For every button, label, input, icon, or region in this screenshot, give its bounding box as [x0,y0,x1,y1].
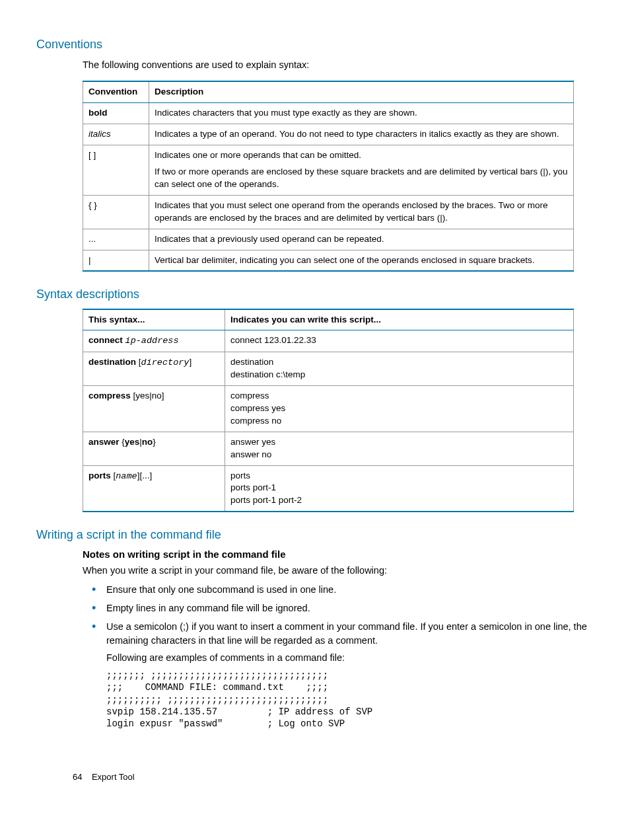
table-row: bold Indicates characters that you must … [83,103,574,124]
conv-cell: | [83,250,149,271]
conv-desc: Indicates that a previously used operand… [149,229,574,250]
conv-desc: Vertical bar delimiter, indicating you c… [149,250,574,271]
list-item: Ensure that only one subcommand is used … [83,583,590,596]
conv-cell: [ ] [83,145,149,196]
conv-cell: italics [83,124,149,145]
table-row: destination [directory] destination dest… [83,352,574,386]
bullet-list: Ensure that only one subcommand is used … [83,583,590,664]
conv-desc: Indicates that you must select one opera… [149,195,574,229]
table-row: ports [name][...] ports ports port-1 por… [83,465,574,512]
footer-label: Export Tool [92,772,135,782]
syntax-cell: destination [directory] [83,352,225,386]
syntax-th-1: This syntax... [83,309,225,330]
list-item: Empty lines in any command file will be … [83,601,590,615]
table-row: answer {yes|no} answer yes answer no [83,432,574,465]
conv-cell: { } [83,195,149,229]
conv-th-description: Description [149,81,574,102]
conv-desc: Indicates characters that you must type … [149,103,574,124]
table-row: compress [yes|no] compress compress yes … [83,386,574,432]
page-footer: 64 Export Tool [73,771,135,783]
conv-cell: bold [83,103,149,124]
script-cell: destination destination c:\temp [225,352,574,386]
conventions-intro: The following conventions are used to ex… [83,58,590,71]
conv-cell: ... [83,229,149,250]
writing-intro: When you write a script in your command … [83,564,590,577]
script-cell: ports ports port-1 ports port-1 port-2 [225,465,574,512]
section-syntax-title: Syntax descriptions [36,286,590,303]
syntax-th-2: Indicates you can write this script... [225,309,574,330]
table-row: ... Indicates that a previously used ope… [83,229,574,250]
script-cell: compress compress yes compress no [225,386,574,432]
conventions-table: Convention Description bold Indicates ch… [83,81,574,272]
list-item: Use a semicolon (;) if you want to inser… [83,620,590,664]
syntax-cell: connect ip-address [83,330,225,352]
syntax-table: This syntax... Indicates you can write t… [83,309,574,513]
table-row: [ ] Indicates one or more operands that … [83,145,574,196]
script-cell: connect 123.01.22.33 [225,330,574,352]
page-number: 64 [73,772,82,782]
table-row: { } Indicates that you must select one o… [83,195,574,229]
conv-desc: Indicates one or more operands that can … [149,145,574,196]
table-row: connect ip-address connect 123.01.22.33 [83,330,574,352]
conv-desc: Indicates a type of an operand. You do n… [149,124,574,145]
table-row: | Vertical bar delimiter, indicating you… [83,250,574,271]
syntax-cell: compress [yes|no] [83,386,225,432]
table-row: italics Indicates a type of an operand. … [83,124,574,145]
syntax-cell: answer {yes|no} [83,432,225,465]
code-block: ;;;;;;; ;;;;;;;;;;;;;;;;;;;;;;;;;;;;;;;;… [106,669,590,730]
script-cell: answer yes answer no [225,432,574,465]
section-conventions-title: Conventions [36,36,590,53]
syntax-cell: ports [name][...] [83,465,225,512]
section-writing-title: Writing a script in the command file [36,527,590,543]
conv-th-convention: Convention [83,81,149,102]
notes-heading: Notes on writing script in the command f… [83,547,590,561]
